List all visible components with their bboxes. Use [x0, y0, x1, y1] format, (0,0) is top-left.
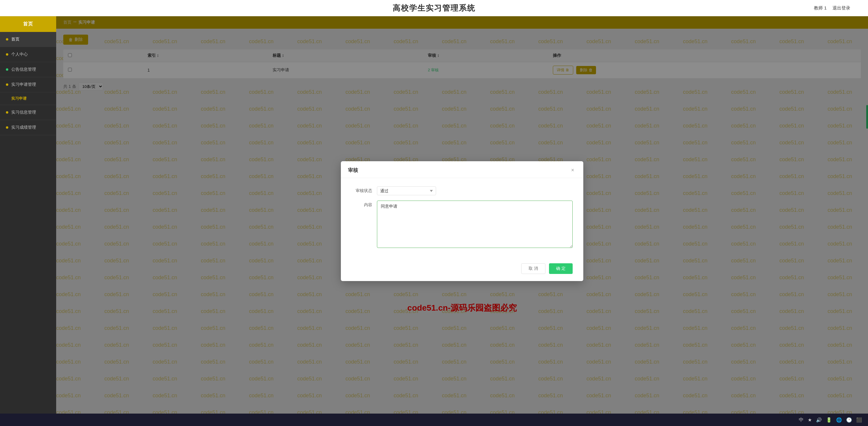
confirm-button[interactable]: 确 定 [549, 263, 572, 274]
taskbar-icon-battery[interactable]: 🔋 [826, 417, 832, 423]
sidebar-label-internship-apply: 实习申请管理 [11, 82, 36, 87]
main-content: (function() { const wm = document.queryS… [56, 16, 868, 426]
sidebar-dot-profile [6, 53, 8, 56]
sidebar-dot-announcement [6, 68, 8, 71]
sidebar-subitem-internship-apply[interactable]: 实习申请 [0, 92, 56, 105]
taskbar-icon-lang[interactable]: 中 [799, 417, 804, 423]
logout-link[interactable]: 退出登录 [833, 5, 850, 11]
sidebar-dot-internship-apply [6, 83, 8, 86]
sidebar-dot-internship-grade [6, 126, 8, 129]
content-textarea[interactable]: 同意申请 [377, 201, 572, 248]
sidebar-label-internship-grade: 实习成绩管理 [11, 125, 36, 130]
main-layout: 首页 首页 个人中心 公告信息管理 实习申请管理 实习申请 实习信息管理 实习成… [0, 16, 868, 426]
sidebar-label-announcement: 公告信息管理 [11, 67, 36, 72]
audit-status-select[interactable]: 通过 不通过 [377, 187, 436, 195]
modal-body: 审核状态 通过 不通过 内容 同意申请 [341, 178, 583, 259]
sidebar: 首页 首页 个人中心 公告信息管理 实习申请管理 实习申请 实习信息管理 实习成… [0, 16, 56, 426]
cancel-button[interactable]: 取 消 [521, 263, 546, 274]
modal-title: 审核 [348, 167, 358, 174]
sidebar-sublabel-internship-apply: 实习申请 [11, 96, 27, 101]
taskbar-icon-time[interactable]: 🕐 [846, 417, 852, 423]
close-icon: × [571, 167, 575, 173]
sidebar-item-internship-apply[interactable]: 实习申请管理 [0, 77, 56, 92]
modal-close-button[interactable]: × [569, 167, 576, 174]
form-row-status: 审核状态 通过 不通过 [351, 187, 572, 195]
sidebar-logo[interactable]: 首页 [0, 16, 56, 32]
taskbar-icon-sound[interactable]: 🔊 [816, 417, 822, 423]
form-row-content: 内容 同意申请 [351, 201, 572, 248]
username-label: 教师 1 [814, 5, 827, 11]
taskbar-icon-desktop[interactable]: ⬛ [856, 417, 862, 423]
taskbar-icon-network[interactable]: 🌐 [836, 417, 842, 423]
sidebar-label-internship-info: 实习信息管理 [11, 110, 36, 115]
app-header: 高校学生实习管理系统 教师 1 退出登录 [0, 0, 868, 16]
header-user-area: 教师 1 退出登录 [814, 5, 850, 11]
modal-overlay: 审核 × 审核状态 通过 不通过 [56, 16, 868, 426]
sidebar-item-internship-grade[interactable]: 实习成绩管理 [0, 120, 56, 135]
content-label: 内容 [351, 201, 372, 208]
sidebar-item-announcement[interactable]: 公告信息管理 [0, 62, 56, 77]
sidebar-label-home: 首页 [11, 37, 20, 42]
taskbar-icon-star[interactable]: ★ [808, 417, 812, 423]
sidebar-dot-home [6, 38, 8, 40]
audit-modal: 审核 × 审核状态 通过 不通过 [341, 161, 583, 281]
modal-header: 审核 × [341, 161, 583, 178]
app-title: 高校学生实习管理系统 [393, 3, 475, 13]
sidebar-label-profile: 个人中心 [11, 52, 28, 57]
sidebar-item-internship-info[interactable]: 实习信息管理 [0, 105, 56, 120]
sidebar-item-home[interactable]: 首页 [0, 32, 56, 47]
modal-footer: 取 消 确 定 [341, 259, 583, 281]
sidebar-dot-internship-info [6, 111, 8, 114]
status-label: 审核状态 [351, 187, 372, 194]
taskbar: 中 ★ 🔊 🔋 🌐 🕐 ⬛ [0, 414, 868, 426]
sidebar-item-profile[interactable]: 个人中心 [0, 47, 56, 62]
